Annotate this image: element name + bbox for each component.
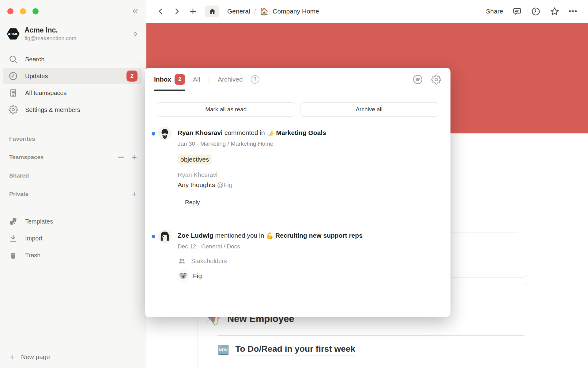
target-page[interactable]: Marketing Goals <box>276 129 326 136</box>
page-emoji: 🏠 <box>260 7 269 16</box>
sidebar-item-templates[interactable]: Templates <box>3 213 142 230</box>
comment-body: Any thoughts @Fig <box>178 181 437 189</box>
search-icon <box>9 55 18 64</box>
highlighted-text: objectives <box>178 155 212 164</box>
workspace-name: Acme Inc. <box>24 26 127 35</box>
section-label: Favorites <box>9 136 35 142</box>
topbar: General / 🏠 Company Home Share ••• <box>146 0 588 23</box>
sidebar-menu: Search Updates 2 All teamspaces Settings… <box>0 51 146 118</box>
updates-count-badge: 2 <box>126 71 138 82</box>
page-link-row: 🆕 To Do/Read in your first week <box>218 344 355 355</box>
topbar-actions: Share ••• <box>486 6 578 16</box>
sidebar-section-shared[interactable]: Shared <box>0 167 146 185</box>
favorite-star-icon[interactable] <box>550 6 560 16</box>
notification-summary: Ryan Khosravi commented in 🌛 Marketing G… <box>178 128 386 138</box>
settings-gear-icon[interactable] <box>431 75 441 85</box>
property-label: Stakeholders <box>191 258 227 265</box>
sidebar-item-updates[interactable]: Updates 2 <box>3 68 142 84</box>
trash-icon <box>9 251 18 260</box>
breadcrumb-page-title[interactable]: Company Home <box>273 8 319 15</box>
notification-item[interactable]: Ryan Khosravi commented in 🌛 Marketing G… <box>145 128 450 209</box>
avatar <box>158 127 171 140</box>
mark-all-read-button[interactable]: Mark all as read <box>157 102 295 117</box>
moon-emoji: 🌛 <box>267 129 274 136</box>
mention-link[interactable]: @Fig <box>217 181 232 188</box>
breadcrumb-teamspace[interactable]: General <box>227 8 250 15</box>
comments-icon[interactable] <box>512 7 522 16</box>
templates-icon <box>9 217 18 226</box>
fullscreen-window-button[interactable] <box>32 8 39 14</box>
tab-archived[interactable]: Archived <box>218 68 243 91</box>
target-page[interactable]: Recruiting new support reps <box>275 232 363 239</box>
notification-item[interactable]: Zoe Ludwig mentioned you in 💪 Recruiting… <box>145 231 450 282</box>
unread-dot <box>152 235 155 238</box>
tab-inbox[interactable]: Inbox 2 <box>154 68 185 91</box>
page-link[interactable]: To Do/Read in your first week <box>235 344 355 355</box>
muscle-emoji: 💪 <box>266 232 273 239</box>
home-icon <box>209 8 216 15</box>
archive-all-button[interactable]: Archive all <box>300 102 439 117</box>
help-icon[interactable]: ? <box>251 75 259 84</box>
avatar <box>158 230 171 243</box>
new-emoji: 🆕 <box>218 345 229 355</box>
notification-divider <box>145 219 450 219</box>
sidebar-item-search[interactable]: Search <box>3 51 142 67</box>
filter-icon[interactable] <box>412 74 423 85</box>
sidebar-tools: Templates Import Trash <box>0 213 146 264</box>
notification-meta: Jan 30 · Marketing / Marketing Home <box>178 140 437 147</box>
sidebar-section-favorites[interactable]: Favorites <box>0 130 146 148</box>
notification-summary: Zoe Ludwig mentioned you in 💪 Recruiting… <box>178 231 386 240</box>
sidebar-item-all-teamspaces[interactable]: All teamspaces <box>3 85 142 101</box>
sidebar-item-label: Templates <box>25 218 53 225</box>
section-label: Shared <box>9 172 29 179</box>
topbar-navigation: General / 🏠 Company Home <box>157 6 319 17</box>
comment-text: Any thoughts <box>178 181 215 188</box>
forward-icon[interactable] <box>173 7 181 15</box>
updates-inbox-popover: Inbox 2 All | Archived ? Mark all as rea… <box>145 68 450 317</box>
workspace-logo: ACME <box>7 28 20 40</box>
reply-button[interactable]: Reply <box>178 196 207 209</box>
people-icon <box>178 257 186 265</box>
history-clock-icon[interactable] <box>531 7 541 16</box>
sidebar-item-label: Import <box>25 235 43 242</box>
person-name[interactable]: Fig <box>193 272 202 280</box>
tab-label: All <box>193 76 200 83</box>
tab-label: Inbox <box>154 76 171 83</box>
comment-author: Ryan Khosravi <box>178 171 437 178</box>
new-page-label: New page <box>21 353 50 361</box>
sidebar-sections: Favorites Teamspaces ••• + Shared Privat… <box>0 130 146 203</box>
new-page-button[interactable]: + New page <box>0 346 146 368</box>
add-teamspace-icon[interactable]: + <box>131 153 137 162</box>
workspace-switcher[interactable]: ACME Acme Inc. fig@makenotion.com <box>7 26 143 42</box>
chevron-updown-icon <box>132 31 139 37</box>
property-row: Stakeholders <box>178 257 437 265</box>
home-button[interactable] <box>205 6 219 17</box>
back-icon[interactable] <box>157 7 165 15</box>
sidebar-section-teamspaces[interactable]: Teamspaces ••• + <box>0 148 146 167</box>
new-tab-plus-icon[interactable] <box>189 7 197 16</box>
workspace-meta: Acme Inc. fig@makenotion.com <box>24 26 127 42</box>
share-button[interactable]: Share <box>486 8 503 15</box>
sidebar-section-private[interactable]: Private + <box>0 185 146 203</box>
close-window-button[interactable] <box>7 8 13 14</box>
workspace-email: fig@makenotion.com <box>24 35 127 42</box>
section-label: Private <box>9 191 28 197</box>
import-icon <box>9 234 18 243</box>
minimize-window-button[interactable] <box>20 8 26 14</box>
action-text: commented in <box>224 129 265 136</box>
gear-icon <box>9 105 18 114</box>
koala-avatar: 🐨 <box>178 270 189 282</box>
action-text: mentioned you in <box>215 232 264 239</box>
tab-all[interactable]: All <box>193 68 200 91</box>
more-options-icon[interactable]: ••• <box>118 155 124 160</box>
add-private-page-icon[interactable]: + <box>131 190 137 199</box>
sidebar-collapse-icon[interactable]: « <box>132 5 138 15</box>
more-options-icon[interactable]: ••• <box>569 7 578 15</box>
building-icon <box>9 88 18 98</box>
sidebar-item-settings[interactable]: Settings & members <box>3 102 142 118</box>
sidebar-item-import[interactable]: Import <box>3 230 142 247</box>
sidebar-item-trash[interactable]: Trash <box>3 247 142 263</box>
notion-app-window: « ACME Acme Inc. fig@makenotion.com Sear… <box>0 0 588 368</box>
sidebar-item-label: Settings & members <box>25 106 80 113</box>
sidebar-item-label: Search <box>25 56 44 63</box>
